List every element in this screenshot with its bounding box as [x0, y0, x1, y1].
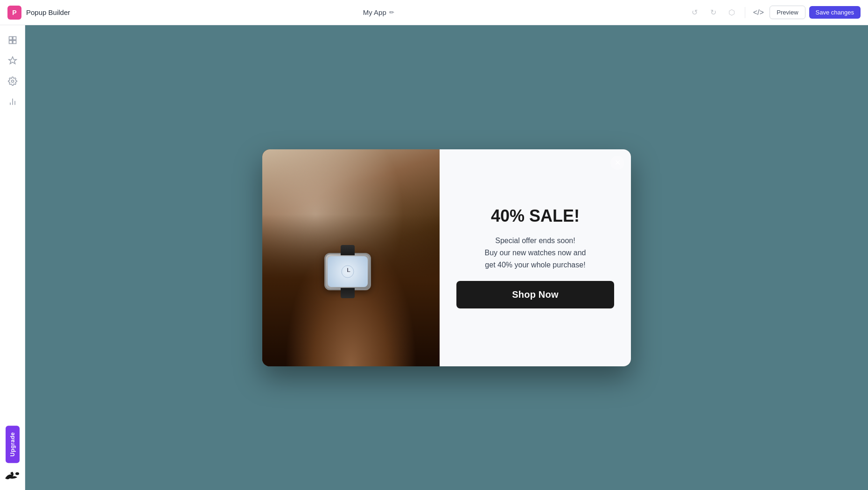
popup-title: 40% SALE! [491, 207, 580, 225]
canvas-area[interactable]: ✕ 40% SALE! Special offer ends soon! Buy… [25, 25, 868, 490]
save-changes-button[interactable]: Save changes [809, 6, 861, 19]
watch-face [328, 256, 368, 287]
svg-point-8 [15, 472, 19, 475]
redo-button[interactable]: ↻ [706, 5, 721, 20]
svg-rect-0 [9, 37, 12, 40]
svg-rect-2 [9, 41, 12, 44]
popup-container: ✕ 40% SALE! Special offer ends soon! Buy… [262, 149, 631, 366]
popup-description: Special offer ends soon! Buy our new wat… [484, 235, 586, 272]
sidebar-item-pin[interactable] [3, 51, 22, 70]
sidebar-item-analytics[interactable] [3, 92, 22, 111]
svg-rect-1 [13, 37, 16, 40]
svg-point-4 [11, 80, 14, 83]
brand-logo [3, 469, 22, 483]
preview-button[interactable]: Preview [770, 6, 805, 19]
main-layout: Upgrade [0, 25, 868, 490]
upgrade-button[interactable]: Upgrade [6, 426, 20, 463]
popup-cta-button[interactable]: Shop Now [456, 281, 614, 308]
edit-project-name-icon[interactable]: ✏ [389, 9, 394, 16]
popup-close-button[interactable]: ✕ [610, 156, 624, 170]
header-divider [745, 7, 745, 18]
code-view-button[interactable]: </> [751, 5, 766, 20]
sidebar-item-settings[interactable] [3, 72, 22, 91]
watch-strap-bottom [341, 288, 355, 298]
app-logo: P [7, 6, 21, 20]
header: P Popup Builder My App ✏ ↺ ↻ ⬡ </> Previ… [0, 0, 868, 25]
watch-visual [324, 253, 371, 290]
popup-image [262, 149, 440, 366]
project-name: My App [363, 8, 386, 16]
popup-content: 40% SALE! Special offer ends soon! Buy o… [440, 149, 631, 366]
sidebar: Upgrade [0, 25, 25, 490]
svg-rect-3 [13, 41, 16, 44]
header-left: P Popup Builder [7, 6, 70, 20]
undo-button[interactable]: ↺ [687, 5, 702, 20]
watch-strap-top [341, 245, 355, 255]
header-right: ↺ ↻ ⬡ </> Preview Save changes [687, 5, 861, 20]
history-button[interactable]: ⬡ [724, 5, 739, 20]
app-builder-name: Popup Builder [26, 8, 70, 16]
sidebar-item-layout[interactable] [3, 31, 22, 49]
header-center: My App ✏ [363, 8, 394, 16]
